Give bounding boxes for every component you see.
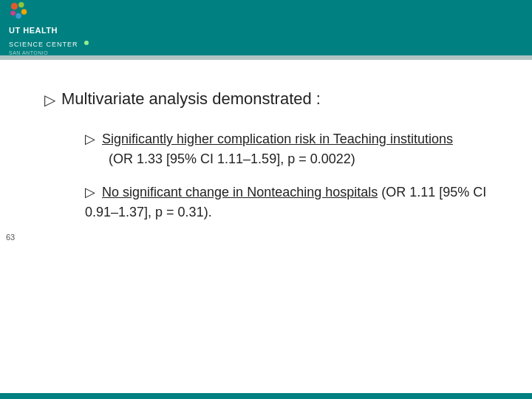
sub-arrow-2-icon: ▷ [85,185,95,200]
logo-text-main: UT Health [9,23,89,36]
sub-bullets: ▷ Significantly higher complication risk… [85,129,488,222]
sub-bullet-1-underlined: Significantly higher complication risk i… [102,132,453,146]
main-content: ▷ Multivariate analysis demonstrated : ▷… [0,60,532,250]
page-number: 63 [6,233,15,242]
sub-bullet-1: ▷ Significantly higher complication risk… [85,129,488,169]
sub-bullet-1-detail: (OR 1.33 [95% CI 1.11–1.59], p = 0.0022) [109,149,488,169]
main-arrow-icon: ▷ [44,91,55,109]
logo-text-sub: Science Center [9,36,89,50]
logo: UT Health Science Center san antonio [9,1,89,55]
main-bullet-text: Multivariate analysis demonstrated : [61,89,321,109]
svg-point-2 [21,9,27,14]
bottom-bar [0,393,532,399]
svg-point-4 [10,10,16,16]
main-bullet: ▷ Multivariate analysis demonstrated : [44,89,488,109]
header: UT Health Science Center san antonio [0,0,532,55]
logo-subtext: san antonio [9,50,89,55]
logo-icon [9,1,30,21]
svg-point-3 [16,13,21,18]
sub-bullet-2-underlined: No significant change in Nonteaching hos… [102,185,378,200]
svg-point-0 [11,2,18,9]
sub-arrow-1-icon: ▷ [85,132,95,146]
svg-point-1 [18,1,24,7]
logo-dot [84,41,89,45]
sub-bullet-2: ▷ No significant change in Nonteaching h… [85,183,488,222]
